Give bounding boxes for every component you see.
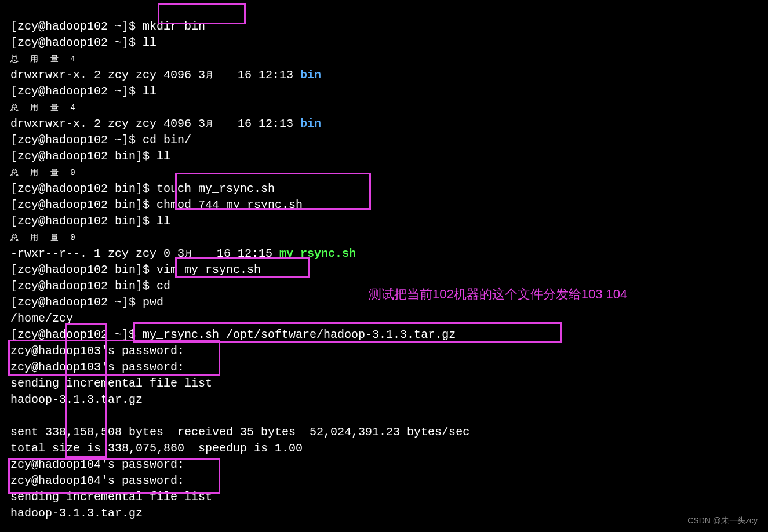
prompt: [zcy@hadoop102 bin]$ xyxy=(10,214,156,228)
highlight-box xyxy=(8,458,220,494)
prompt: [zcy@hadoop102 ~]$ xyxy=(10,36,143,49)
total-line: 总 用 量 4 xyxy=(10,103,79,112)
file-line: hadoop-3.1.3.tar.gz xyxy=(10,507,143,520)
cmd-cdbin: cd bin/ xyxy=(143,133,191,147)
total-size-line: total size is 338,075,860 speedup is 1.0… xyxy=(10,442,303,455)
total-line: 总 用 量 0 xyxy=(10,233,79,242)
cmd-ll: ll xyxy=(143,85,156,98)
dir-bin: bin xyxy=(300,68,321,82)
cmd-cd: cd xyxy=(156,279,170,293)
cmd-pwd: pwd xyxy=(143,296,163,309)
prompt: [zcy@hadoop102 bin]$ xyxy=(10,198,156,212)
dir-bin: bin xyxy=(300,117,321,130)
highlight-box xyxy=(175,173,371,210)
prompt: [zcy@hadoop102 ~]$ xyxy=(10,85,143,98)
cmd-ll: ll xyxy=(156,214,170,228)
prompt: [zcy@hadoop102 ~]$ xyxy=(10,296,143,309)
highlight-box xyxy=(175,257,310,278)
prompt: [zcy@hadoop102 bin]$ xyxy=(10,279,156,293)
total-line: 总 用 量 0 xyxy=(10,168,79,177)
terminal-output: [zcy@hadoop102 ~]$ mkdir bin [zcy@hadoop… xyxy=(0,0,768,522)
total-line: 总 用 量 4 xyxy=(10,54,79,64)
highlight-box xyxy=(158,3,246,24)
highlight-box xyxy=(65,323,107,458)
annotation-text: 测试把当前102机器的这个文件分发给103 104 xyxy=(369,286,627,303)
ls-entry: drwxrwxr-x. 2 zcy zcy 4096 3 xyxy=(10,117,205,130)
prompt: [zcy@hadoop102 bin]$ xyxy=(10,150,156,163)
highlight-box xyxy=(8,340,220,376)
ls-entry: -rwxr--r--. 1 zcy zcy 0 3 xyxy=(10,247,184,260)
prompt: [zcy@hadoop102 bin]$ xyxy=(10,182,156,195)
prompt: [zcy@hadoop102 bin]$ xyxy=(10,263,156,276)
watermark: CSDN @朱一头zcy xyxy=(687,512,758,529)
cmd-ll: ll xyxy=(156,150,170,163)
sending-line: sending incremental file list xyxy=(10,377,212,390)
cmd-ll: ll xyxy=(143,36,156,49)
prompt: [zcy@hadoop102 ~]$ xyxy=(10,20,143,33)
pwd-output: /home/zcy xyxy=(10,312,73,325)
prompt: [zcy@hadoop102 ~]$ xyxy=(10,133,143,147)
ls-entry: drwxrwxr-x. 2 zcy zcy 4096 3 xyxy=(10,68,205,82)
